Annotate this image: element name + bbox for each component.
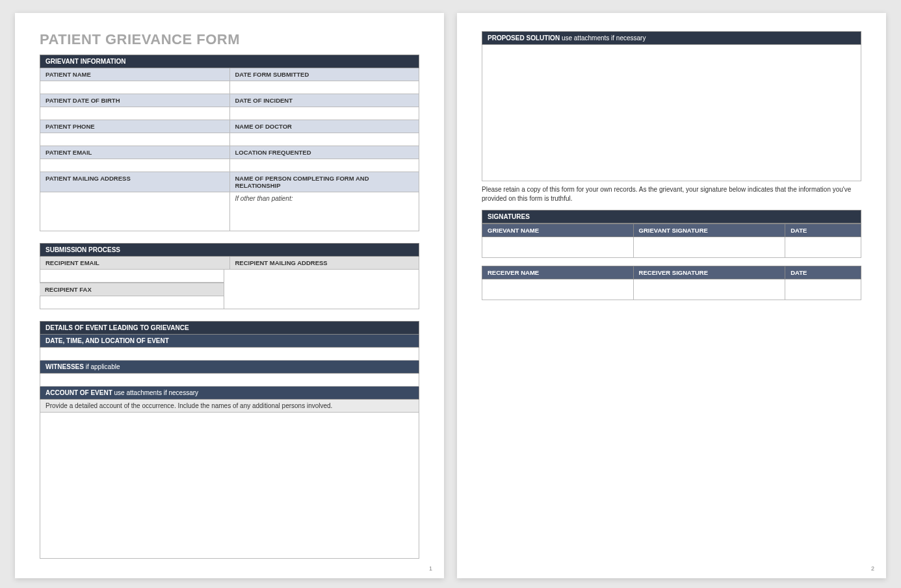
input-date-submitted[interactable] [230, 81, 420, 94]
input-grievant-sig[interactable] [634, 237, 786, 258]
input-recipient-fax[interactable] [40, 296, 224, 309]
proposed-sub: use attachments if necessary [560, 34, 646, 42]
label-grievant-sig: GRIEVANT SIGNATURE [634, 224, 786, 237]
proposed-bold: PROPOSED SOLUTION [488, 34, 560, 42]
label-receiver-date: DATE [785, 266, 861, 279]
signatures-header: SIGNATURES [482, 210, 861, 224]
input-witnesses[interactable] [40, 374, 419, 387]
page-2: PROPOSED SOLUTION use attachments if nec… [457, 13, 886, 578]
input-receiver-sig[interactable] [634, 279, 786, 300]
label-grievant-name: GRIEVANT NAME [482, 224, 634, 237]
account-bold: ACCOUNT OF EVENT [46, 389, 112, 396]
witnesses-sub: if applicable [84, 363, 120, 370]
label-mailing: PATIENT MAILING ADDRESS [40, 172, 230, 192]
grievant-info-header: GRIEVANT INFORMATION [40, 55, 419, 68]
label-receiver-name: RECEIVER NAME [482, 266, 634, 279]
page-number-1: 1 [429, 565, 432, 572]
account-instruction: Provide a detailed account of the occurr… [40, 400, 419, 413]
label-phone: PATIENT PHONE [40, 120, 230, 133]
input-completer[interactable]: If other than patient: [230, 192, 420, 231]
page-number-2: 2 [871, 565, 874, 572]
label-account: ACCOUNT OF EVENT use attachments if nece… [40, 387, 419, 400]
input-receiver-name[interactable] [482, 279, 634, 300]
proposed-header: PROPOSED SOLUTION use attachments if nec… [482, 31, 861, 45]
input-email[interactable] [40, 159, 230, 172]
input-account[interactable] [40, 413, 419, 559]
input-phone[interactable] [40, 133, 230, 146]
label-datetime: DATE, TIME, AND LOCATION OF EVENT [40, 335, 419, 348]
page-1: PATIENT GRIEVANCE FORM GRIEVANT INFORMAT… [15, 13, 444, 578]
label-date-incident: DATE OF INCIDENT [230, 94, 420, 107]
label-location: LOCATION FREQUENTED [230, 146, 420, 159]
input-recipient-mailing[interactable] [224, 270, 420, 309]
label-patient-name: PATIENT NAME [40, 68, 230, 81]
witnesses-bold: WITNESSES [46, 363, 84, 370]
input-dob[interactable] [40, 107, 230, 120]
input-datetime[interactable] [40, 348, 419, 361]
input-patient-name[interactable] [40, 81, 230, 94]
label-doctor: NAME OF DOCTOR [230, 120, 420, 133]
details-header: DETAILS OF EVENT LEADING TO GRIEVANCE [40, 321, 419, 335]
account-sub: use attachments if necessary [112, 389, 198, 396]
input-recipient-email[interactable] [40, 270, 224, 283]
input-date-incident[interactable] [230, 107, 420, 120]
label-dob: PATIENT DATE OF BIRTH [40, 94, 230, 107]
label-completer: NAME OF PERSON COMPLETING FORM AND RELAT… [230, 172, 420, 192]
label-receiver-sig: RECEIVER SIGNATURE [634, 266, 786, 279]
label-witnesses: WITNESSES if applicable [40, 361, 419, 374]
retention-note: Please retain a copy of this form for yo… [482, 185, 861, 203]
label-recipient-email: RECIPIENT EMAIL [40, 257, 230, 270]
label-date-submitted: DATE FORM SUBMITTED [230, 68, 420, 81]
input-location[interactable] [230, 159, 420, 172]
label-email: PATIENT EMAIL [40, 146, 230, 159]
input-grievant-date[interactable] [785, 237, 861, 258]
input-mailing[interactable] [40, 192, 230, 231]
label-recipient-fax: RECIPIENT FAX [40, 283, 224, 296]
label-recipient-mailing: RECIPIENT MAILING ADDRESS [230, 257, 420, 270]
form-title: PATIENT GRIEVANCE FORM [40, 31, 419, 48]
submission-header: SUBMISSION PROCESS [40, 243, 419, 257]
label-grievant-date: DATE [785, 224, 861, 237]
input-grievant-name[interactable] [482, 237, 634, 258]
input-receiver-date[interactable] [785, 279, 861, 300]
input-proposed[interactable] [482, 45, 861, 181]
input-doctor[interactable] [230, 133, 420, 146]
